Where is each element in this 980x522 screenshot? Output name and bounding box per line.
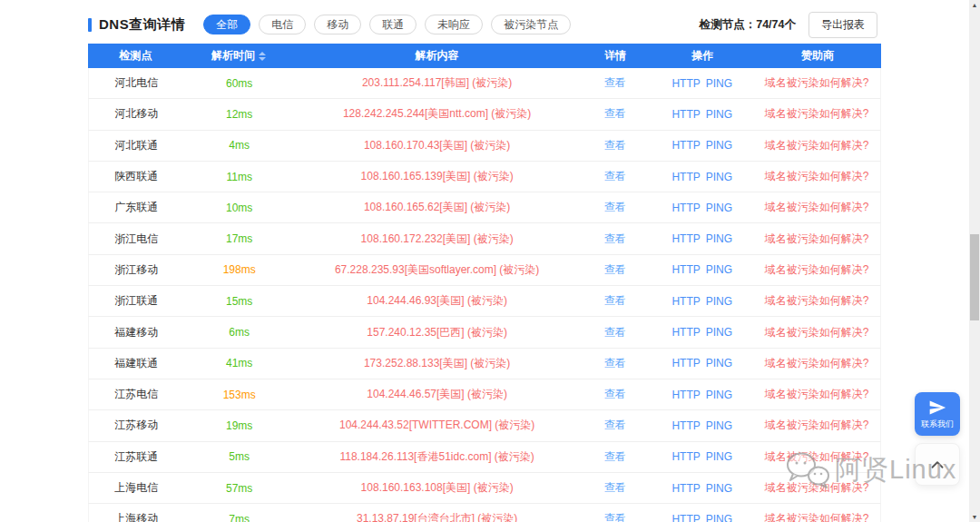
view-link[interactable]: 查看 xyxy=(604,450,626,463)
ping-link[interactable]: PING xyxy=(706,108,732,121)
sponsor-link[interactable]: 域名被污染如何解决? xyxy=(765,107,869,120)
http-link[interactable]: HTTP xyxy=(671,513,700,522)
view-link[interactable]: 查看 xyxy=(604,232,626,245)
view-link[interactable]: 查看 xyxy=(604,294,626,307)
view-link[interactable]: 查看 xyxy=(604,76,626,89)
table-row: 江苏电信 153ms 104.244.46.57[美国] (被污染) 查看 HT… xyxy=(88,379,881,410)
table-row: 河北移动 12ms 128.242.245.244[美国ntt.com] (被污… xyxy=(88,99,881,130)
sponsor-link[interactable]: 域名被污染如何解决? xyxy=(765,294,869,307)
table-row: 浙江电信 17ms 108.160.172.232[美国] (被污染) 查看 H… xyxy=(88,223,881,254)
sponsor-link[interactable]: 域名被污染如何解决? xyxy=(765,201,869,213)
title-accent-bar xyxy=(88,18,92,32)
http-link[interactable]: HTTP xyxy=(671,419,700,432)
sponsor-link[interactable]: 域名被污染如何解决? xyxy=(765,450,869,463)
scrollbar[interactable]: ▲ ▼ xyxy=(969,0,980,522)
filter-telecom[interactable]: 电信 xyxy=(259,15,306,34)
ping-link[interactable]: PING xyxy=(706,139,732,152)
http-link[interactable]: HTTP xyxy=(671,450,700,463)
http-link[interactable]: HTTP xyxy=(671,202,700,214)
http-link[interactable]: HTTP xyxy=(671,171,700,183)
resolve-time: 12ms xyxy=(184,108,295,121)
filter-unicom[interactable]: 联通 xyxy=(369,15,416,34)
table-row: 江苏移动 19ms 104.244.43.52[TWITTER.COM] (被污… xyxy=(88,410,881,441)
resolve-content: 108.160.170.43[美国] (被污染) xyxy=(295,138,580,153)
view-link[interactable]: 查看 xyxy=(604,357,626,369)
sponsor-link[interactable]: 域名被污染如何解决? xyxy=(765,76,869,89)
view-link[interactable]: 查看 xyxy=(604,139,626,152)
contact-us-button[interactable]: 联系我们 xyxy=(915,392,960,436)
view-link[interactable]: 查看 xyxy=(604,170,626,182)
sponsor-link[interactable]: 域名被污染如何解决? xyxy=(765,388,869,400)
scrollbar-thumb[interactable] xyxy=(970,234,979,320)
table-body: 河北电信 60ms 203.111.254.117[韩国] (被污染) 查看 H… xyxy=(88,68,881,522)
ping-link[interactable]: PING xyxy=(706,202,732,214)
resolve-content: 104.244.43.52[TWITTER.COM] (被污染) xyxy=(295,418,580,433)
header-detail: 详情 xyxy=(580,48,652,64)
view-link[interactable]: 查看 xyxy=(604,388,626,400)
resolve-time: 6ms xyxy=(184,326,295,339)
ping-link[interactable]: PING xyxy=(706,263,732,276)
ping-link[interactable]: PING xyxy=(706,357,732,369)
ping-link[interactable]: PING xyxy=(706,326,732,339)
sponsor-link[interactable]: 域名被污染如何解决? xyxy=(765,263,869,276)
ping-link[interactable]: PING xyxy=(706,77,732,90)
filter-polluted-nodes[interactable]: 被污染节点 xyxy=(491,15,571,34)
http-link[interactable]: HTTP xyxy=(671,232,700,245)
view-link[interactable]: 查看 xyxy=(604,201,626,213)
sponsor-link[interactable]: 域名被污染如何解决? xyxy=(765,512,869,522)
sponsor-link[interactable]: 域名被污染如何解决? xyxy=(765,326,869,339)
ping-link[interactable]: PING xyxy=(706,513,732,522)
ping-link[interactable]: PING xyxy=(706,419,732,432)
sponsor-link[interactable]: 域名被污染如何解决? xyxy=(765,481,869,494)
http-link[interactable]: HTTP xyxy=(671,482,700,495)
view-link[interactable]: 查看 xyxy=(604,326,626,339)
view-link[interactable]: 查看 xyxy=(604,107,626,120)
sponsor-link[interactable]: 域名被污染如何解决? xyxy=(765,232,869,245)
ping-link[interactable]: PING xyxy=(706,450,732,463)
back-to-top-button[interactable] xyxy=(915,443,960,486)
view-link[interactable]: 查看 xyxy=(604,263,626,276)
node-name: 江苏电信 xyxy=(89,387,184,402)
http-link[interactable]: HTTP xyxy=(671,357,700,369)
table-row: 上海电信 57ms 108.160.163.108[美国] (被污染) 查看 H… xyxy=(88,473,881,504)
http-link[interactable]: HTTP xyxy=(671,263,700,276)
filter-no-response[interactable]: 未响应 xyxy=(425,15,483,34)
http-link[interactable]: HTTP xyxy=(671,77,700,90)
table-row: 陕西联通 11ms 108.160.165.139[美国] (被污染) 查看 H… xyxy=(88,162,881,192)
sponsor-link[interactable]: 域名被污染如何解决? xyxy=(765,139,869,152)
export-report-button[interactable]: 导出报表 xyxy=(808,12,877,38)
http-link[interactable]: HTTP xyxy=(671,326,700,339)
http-link[interactable]: HTTP xyxy=(671,389,700,401)
sponsor-link[interactable]: 域名被污染如何解决? xyxy=(765,419,869,431)
resolve-time: 60ms xyxy=(184,77,295,90)
http-link[interactable]: HTTP xyxy=(671,139,700,152)
table-row: 浙江联通 15ms 104.244.46.93[美国] (被污染) 查看 HTT… xyxy=(88,286,881,317)
table-row: 河北联通 4ms 108.160.170.43[美国] (被污染) 查看 HTT… xyxy=(88,131,881,162)
header-resolve-time[interactable]: 解析时间 xyxy=(183,48,294,64)
ping-link[interactable]: PING xyxy=(706,389,732,401)
scroll-up-arrow[interactable]: ▲ xyxy=(969,2,980,8)
ping-link[interactable]: PING xyxy=(706,171,732,183)
http-link[interactable]: HTTP xyxy=(671,295,700,308)
scroll-down-arrow[interactable]: ▼ xyxy=(969,514,980,520)
sponsor-link[interactable]: 域名被污染如何解决? xyxy=(765,170,869,182)
resolve-content: 67.228.235.93[美国softlayer.com] (被污染) xyxy=(295,262,580,278)
resolve-time: 4ms xyxy=(184,139,295,152)
sponsor-link[interactable]: 域名被污染如何解决? xyxy=(765,357,869,369)
dns-result-table: 检测点 解析时间 解析内容 详情 操作 赞助商 河北电信 60ms 203.11… xyxy=(88,44,881,522)
view-link[interactable]: 查看 xyxy=(604,419,626,431)
view-link[interactable]: 查看 xyxy=(604,512,626,522)
http-link[interactable]: HTTP xyxy=(671,108,700,121)
filter-all[interactable]: 全部 xyxy=(203,15,250,34)
table-row: 福建移动 6ms 157.240.12.35[巴西] (被污染) 查看 HTTP… xyxy=(88,317,881,348)
ping-link[interactable]: PING xyxy=(706,295,732,308)
node-name: 上海移动 xyxy=(89,511,184,522)
resolve-time: 7ms xyxy=(184,513,295,522)
ping-link[interactable]: PING xyxy=(706,232,732,245)
header-resolve-content: 解析内容 xyxy=(294,48,580,64)
view-link[interactable]: 查看 xyxy=(604,481,626,494)
sort-icon[interactable] xyxy=(259,52,266,61)
filter-mobile[interactable]: 移动 xyxy=(314,15,361,34)
node-name: 江苏移动 xyxy=(89,418,184,433)
ping-link[interactable]: PING xyxy=(706,482,732,495)
